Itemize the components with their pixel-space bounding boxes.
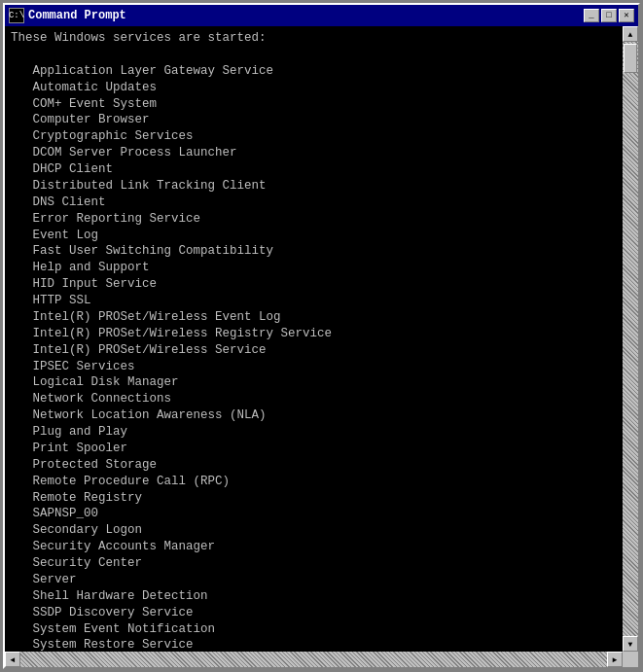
horizontal-scrollbar: ◄ ► (5, 652, 638, 667)
title-bar-left: C:\ Command Prompt (9, 8, 126, 23)
title-buttons: _ □ ✕ (584, 9, 634, 22)
scrollbar-corner (623, 652, 638, 667)
content-area: These Windows services are started: Appl… (5, 26, 638, 652)
maximize-button[interactable]: □ (601, 9, 617, 22)
vertical-scrollbar: ▲ ▼ (623, 26, 638, 652)
scroll-thumb[interactable] (624, 44, 637, 73)
hscroll-track[interactable] (20, 652, 607, 667)
minimize-button[interactable]: _ (584, 9, 599, 22)
scroll-up-button[interactable]: ▲ (623, 26, 638, 42)
terminal-output[interactable]: These Windows services are started: Appl… (5, 26, 623, 652)
window-icon: C:\ (9, 8, 24, 23)
window-title: Command Prompt (28, 9, 126, 22)
scroll-track[interactable] (623, 42, 638, 636)
close-button[interactable]: ✕ (619, 9, 634, 22)
scroll-right-button[interactable]: ► (607, 652, 623, 667)
title-bar: C:\ Command Prompt _ □ ✕ (5, 5, 638, 26)
scroll-left-button[interactable]: ◄ (5, 652, 20, 667)
scroll-down-button[interactable]: ▼ (623, 636, 638, 652)
command-prompt-window: C:\ Command Prompt _ □ ✕ These Windows s… (3, 3, 640, 669)
